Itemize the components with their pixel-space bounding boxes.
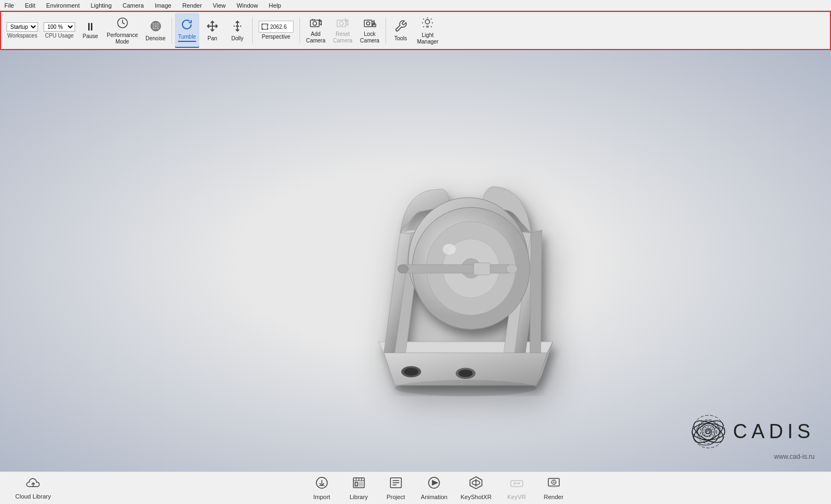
light-manager-label: LightManager [417,32,438,45]
svg-rect-84 [551,486,557,487]
svg-rect-69 [359,482,363,484]
keyvr-label: KeyVR [507,494,526,500]
svg-point-28 [425,20,430,24]
workspace-label: Workspaces [8,33,38,39]
denoise-icon [149,20,162,34]
svg-point-57 [395,380,536,396]
dolly-button[interactable]: Dolly [225,13,249,48]
pause-label: Pause [83,33,98,40]
cadis-brand-text: CADIS [733,420,815,443]
svg-point-5 [157,23,158,24]
toolbar: Startup Workspaces 100 % CPU Usage ⏸ Pau… [0,11,831,50]
project-button[interactable]: Project [380,473,412,503]
library-button[interactable]: Library [343,473,375,503]
separator-1 [172,17,172,44]
performance-mode-icon [116,16,129,31]
menu-edit[interactable]: Edit [23,2,38,9]
menu-help[interactable]: Help [267,2,284,9]
bottom-toolbar: Cloud Library Import [0,471,831,504]
cpu-dropdown[interactable]: 100 % [44,22,75,32]
dolly-icon [231,20,244,34]
reset-camera-button[interactable]: ResetCamera [330,13,356,48]
svg-rect-29 [426,26,429,27]
svg-point-55 [459,370,473,377]
render-icon [547,476,561,492]
project-icon [389,476,403,492]
pause-icon: ⏸ [85,21,96,32]
menu-view[interactable]: View [211,2,228,9]
svg-rect-48 [403,265,512,273]
cloud-library-button[interactable]: Cloud Library [11,473,55,503]
model-svg [340,124,591,396]
keyshotxr-label: KeyShotXR [461,494,492,500]
lock-camera-label: LockCamera [360,31,380,44]
cpu-label: CPU Usage [45,33,74,39]
keyvr-button[interactable]: KeyVR [500,473,533,503]
import-icon [315,476,329,492]
svg-rect-25 [364,20,372,27]
perspective-button[interactable]: 2062.6 Perspective [255,13,297,48]
svg-point-58 [692,415,725,448]
svg-point-7 [155,25,156,26]
library-icon [352,476,366,492]
cloud-library-icon [26,476,41,491]
viewport[interactable]: CADIS www.cad-is.ru [0,50,831,471]
performance-mode-button[interactable]: PerformanceMode [103,13,141,48]
svg-point-11 [157,27,158,28]
svg-point-53 [404,368,418,376]
svg-point-6 [152,25,154,26]
svg-point-3 [152,23,154,24]
svg-point-49 [398,265,408,273]
model-container [340,124,591,397]
cadis-url-text: www.cad-is.ru [774,453,815,460]
pan-icon [206,20,219,34]
cloud-library-label: Cloud Library [15,493,51,500]
svg-point-24 [340,21,344,25]
animation-button[interactable]: Animation [417,473,452,503]
import-button[interactable]: Import [305,473,338,503]
workspace-select[interactable]: Startup Workspaces [4,13,40,48]
pause-button[interactable]: ⏸ Pause [78,13,102,48]
lock-camera-button[interactable]: LockCamera [357,13,383,48]
menubar: File Edit Environment Lighting Camera Im… [0,0,831,11]
render-button[interactable]: Render [537,473,570,503]
bottom-toolbar-left: Cloud Library [11,473,55,503]
menu-camera[interactable]: Camera [120,2,146,9]
tumble-button[interactable]: Tumble [175,13,199,48]
add-camera-icon [309,17,322,30]
separator-3 [300,17,300,44]
keyvr-icon [510,476,524,492]
keyshotxr-button[interactable]: KeyShotXR [456,473,496,503]
svg-marker-76 [432,481,437,485]
menu-window[interactable]: Window [234,2,260,9]
library-label: Library [350,494,368,500]
svg-point-26 [366,22,370,25]
tools-button[interactable]: Tools [389,13,413,48]
separator-4 [386,17,386,44]
pan-button[interactable]: Pan [200,13,224,48]
add-camera-button[interactable]: AddCamera [303,13,329,48]
animation-label: Animation [421,494,448,500]
workspace-dropdown[interactable]: Startup [7,22,38,32]
cadis-logo-image: CADIS [689,413,815,451]
light-manager-button[interactable]: LightManager [414,13,442,48]
add-camera-label: AddCamera [306,31,326,44]
perspective-input[interactable]: 2062.6 [259,21,294,33]
render-label: Render [544,494,564,500]
denoise-button[interactable]: Denoise [142,13,169,48]
menu-file[interactable]: File [2,2,16,9]
cpu-select[interactable]: 100 % CPU Usage [41,13,77,48]
keyshotxr-icon [469,476,483,492]
animation-icon [427,476,441,492]
svg-point-82 [518,482,520,484]
svg-rect-70 [359,484,363,486]
svg-point-86 [553,482,554,483]
reset-camera-icon [336,17,349,30]
menu-environment[interactable]: Environment [44,2,82,9]
menu-render[interactable]: Render [180,2,204,9]
project-label: Project [387,494,405,500]
menu-image[interactable]: Image [152,2,174,9]
separator-2 [252,17,253,44]
svg-rect-68 [355,482,358,486]
menu-lighting[interactable]: Lighting [88,2,114,9]
